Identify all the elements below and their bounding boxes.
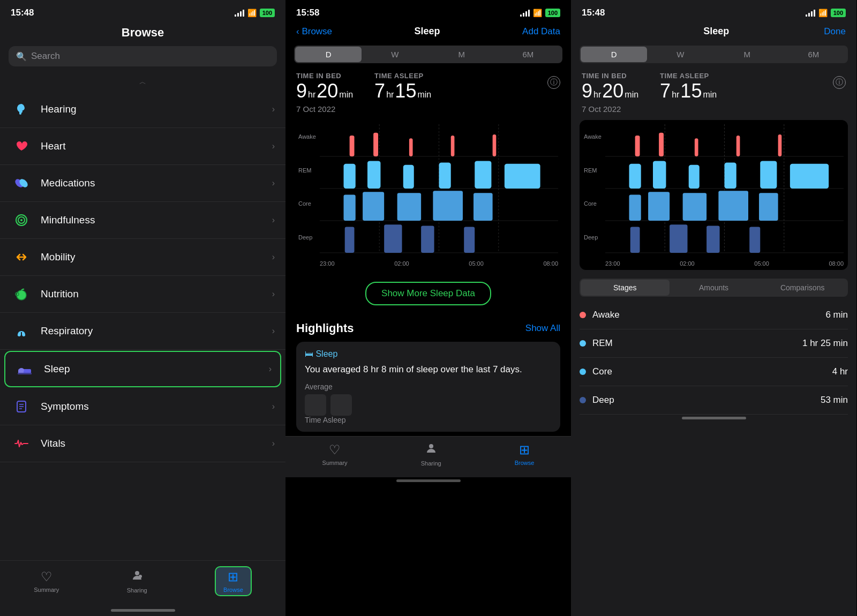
chevron-hearing: ›: [272, 104, 275, 114]
show-all-button[interactable]: Show All: [525, 323, 560, 334]
chevron-mindfulness: ›: [272, 215, 275, 225]
scroll-indicator: ︿: [0, 75, 285, 91]
browse-icon-1: ⊞: [228, 569, 238, 584]
chevron-nutrition: ›: [272, 289, 275, 299]
svg-rect-39: [433, 191, 463, 221]
highlight-footer: Average Time Asleep: [305, 382, 552, 424]
footer-bar-2: [330, 394, 352, 416]
svg-rect-25: [350, 136, 355, 156]
summary-icon-2: ♡: [329, 442, 341, 457]
highlights-title: Highlights: [296, 321, 354, 335]
comparisons-tab[interactable]: Comparisons: [758, 280, 847, 296]
svg-rect-36: [344, 195, 356, 221]
svg-rect-60: [689, 165, 700, 189]
tab-bar-1: ♡ Summary Sharing ⊞ Browse: [0, 560, 285, 607]
tab-w-3[interactable]: W: [647, 47, 713, 62]
svg-point-4: [20, 219, 22, 221]
menu-item-mobility[interactable]: Mobility ›: [0, 239, 285, 276]
info-button-3[interactable]: ⓘ: [833, 76, 846, 89]
search-icon: 🔍: [16, 51, 27, 62]
menu-item-vitals[interactable]: Vitals ›: [0, 425, 285, 462]
core-stage-label: Core: [592, 366, 612, 377]
svg-rect-56: [736, 136, 740, 156]
tab-d-3[interactable]: D: [581, 47, 647, 62]
svg-rect-32: [403, 165, 414, 189]
chevron-vitals: ›: [272, 439, 275, 448]
hearing-icon: [11, 99, 32, 120]
menu-item-symptoms[interactable]: Symptoms ›: [0, 388, 285, 425]
svg-rect-44: [464, 227, 475, 252]
highlights-header: Highlights Show All: [296, 321, 560, 335]
tab-sharing-2[interactable]: Sharing: [421, 442, 441, 467]
svg-rect-28: [451, 136, 455, 156]
svg-rect-41: [345, 227, 355, 252]
chart-y-labels-3: Awake REM Core Deep: [584, 120, 602, 254]
nav-title-3: Sleep: [703, 26, 729, 37]
show-more-sleep-button[interactable]: Show More Sleep Data: [365, 282, 491, 305]
sleep-stages-panel: 15:48 📶 100 Sleep Done D W M 6M TIME IN …: [571, 0, 856, 616]
chevron-medications: ›: [272, 178, 275, 188]
menu-item-hearing[interactable]: Hearing ›: [0, 91, 285, 128]
menu-item-mindfulness[interactable]: Mindfulness ›: [0, 202, 285, 239]
chart-x-labels-3: 23:00 02:00 05:00 08:00: [605, 260, 844, 267]
tab-6m-2[interactable]: 6M: [495, 47, 561, 62]
tab-summary-2[interactable]: ♡ Summary: [322, 442, 348, 466]
rem-duration: 1 hr 25 min: [802, 338, 848, 349]
svg-rect-67: [718, 191, 748, 221]
svg-rect-38: [397, 193, 422, 221]
tab-6m-3[interactable]: 6M: [780, 47, 847, 62]
awake-stage-label: Awake: [592, 310, 620, 320]
mobility-icon: [11, 246, 32, 268]
medications-label: Medications: [41, 177, 272, 189]
highlights-section: Highlights Show All 🛏 Sleep You averaged…: [285, 313, 571, 436]
status-icons-3: 📶 100: [806, 9, 846, 17]
time-asleep-stat-3: TIME ASLEEP 7 hr 15 min: [660, 72, 717, 102]
svg-rect-65: [648, 192, 670, 221]
tab-m-2[interactable]: M: [428, 47, 495, 62]
tab-w-2[interactable]: W: [362, 47, 428, 62]
info-button-2[interactable]: ⓘ: [547, 76, 560, 89]
svg-rect-58: [629, 164, 641, 189]
sharing-label-2: Sharing: [421, 460, 441, 467]
highlight-footer-sub: Time Asleep: [305, 416, 552, 424]
tab-browse-2[interactable]: ⊞ Browse: [515, 442, 535, 466]
symptoms-icon: [11, 396, 32, 417]
browse-icon-2: ⊞: [519, 442, 530, 457]
tab-d-2[interactable]: D: [295, 47, 362, 62]
done-button[interactable]: Done: [824, 26, 846, 37]
wifi-icon-3: 📶: [818, 9, 828, 17]
svg-rect-63: [790, 164, 829, 189]
svg-rect-59: [653, 161, 666, 189]
svg-rect-37: [363, 192, 384, 221]
add-data-button[interactable]: Add Data: [522, 26, 560, 37]
sleep-label: Sleep: [44, 363, 269, 375]
back-button[interactable]: ‹ Browse: [296, 26, 332, 37]
rem-dot: [580, 340, 586, 347]
search-bar[interactable]: 🔍 Search: [9, 46, 277, 66]
svg-rect-34: [475, 161, 491, 189]
menu-item-nutrition[interactable]: Nutrition ›: [0, 276, 285, 313]
svg-point-16: [135, 571, 139, 575]
menu-item-respiratory[interactable]: Respiratory ›: [0, 313, 285, 350]
heart-label: Heart: [41, 140, 272, 152]
menu-item-medications[interactable]: Medications ›: [0, 165, 285, 202]
summary-icon-1: ♡: [41, 569, 52, 584]
menu-item-sleep[interactable]: Sleep ›: [4, 351, 281, 387]
stages-tab[interactable]: Stages: [581, 280, 670, 296]
status-bar-1: 15:48 📶 100: [0, 0, 285, 21]
time-tabs-2: D W M 6M: [294, 46, 562, 63]
chevron-respiratory: ›: [272, 326, 275, 336]
svg-rect-55: [695, 138, 698, 156]
home-indicator-2: [396, 479, 461, 482]
stage-row-core: Core 4 hr: [580, 358, 848, 386]
time-asleep-label-3: TIME ASLEEP: [660, 72, 717, 80]
tab-sharing-1[interactable]: Sharing: [127, 569, 147, 594]
tab-m-3[interactable]: M: [714, 47, 780, 62]
menu-item-heart[interactable]: Heart ›: [0, 128, 285, 165]
rem-stage-label: REM: [592, 338, 613, 349]
tab-browse-1[interactable]: ⊞ Browse: [215, 566, 252, 596]
tab-summary-1[interactable]: ♡ Summary: [34, 569, 59, 593]
wifi-icon-2: 📶: [533, 9, 542, 17]
amounts-tab[interactable]: Amounts: [670, 280, 758, 296]
hearing-label: Hearing: [41, 103, 272, 115]
